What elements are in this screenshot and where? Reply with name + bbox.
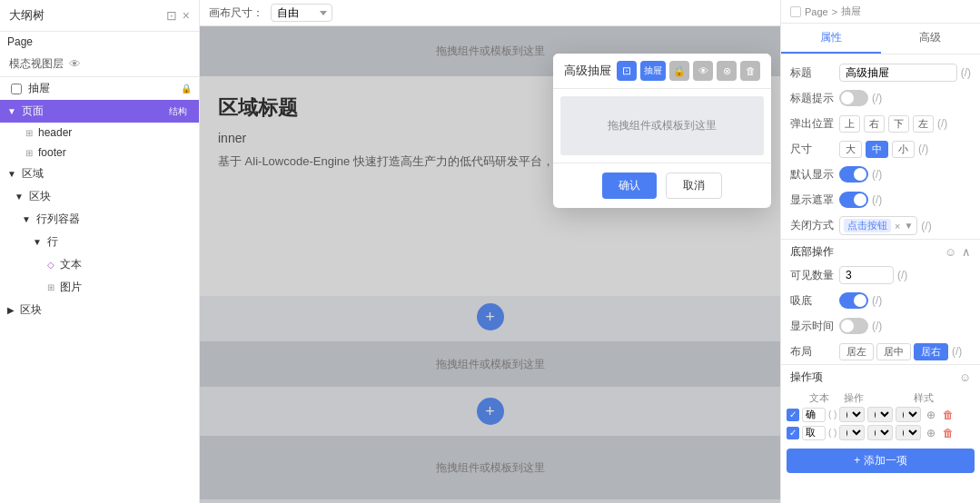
size-slash[interactable]: (/) bbox=[918, 143, 928, 155]
confirm-button[interactable]: 确认 bbox=[602, 173, 657, 199]
action-select-style-2[interactable]: ( ) bbox=[867, 425, 893, 440]
show-time-slash[interactable]: (/) bbox=[872, 320, 882, 332]
modal-header-icons: ⊡ 抽屉 🔒 👁 ⊗ 🗑 bbox=[617, 61, 760, 81]
default-show-slash[interactable]: (/) bbox=[872, 168, 882, 181]
panel-title: 大纲树 bbox=[9, 7, 45, 24]
pop-pos-slash[interactable]: (/) bbox=[937, 117, 947, 130]
smiley-icon[interactable]: ☺ bbox=[945, 245, 956, 259]
breadcrumb-page: Page bbox=[805, 6, 828, 17]
layout-btn-center[interactable]: 居中 bbox=[876, 343, 911, 360]
collapse-icon[interactable]: ∧ bbox=[962, 245, 971, 259]
show-mask-slash[interactable]: (/) bbox=[872, 193, 882, 206]
collapse-icon: ▼ bbox=[7, 106, 16, 116]
cancel-button[interactable]: 取消 bbox=[666, 173, 722, 199]
tree-item-quyu[interactable]: ▼ 区域 bbox=[0, 163, 199, 185]
prop-layout-label: 布局 bbox=[790, 344, 834, 360]
add-item-button[interactable]: + 添加一项 bbox=[787, 449, 975, 473]
chouchu-checkbox[interactable] bbox=[11, 84, 22, 94]
modal-icon-screen[interactable]: ⊡ bbox=[617, 61, 637, 81]
action-smiley-icon[interactable]: ☺ bbox=[959, 370, 971, 384]
action-select-op-2[interactable]: ( ) bbox=[839, 425, 865, 440]
visible-count-input[interactable] bbox=[839, 266, 894, 284]
fixed-slash[interactable]: (/) bbox=[872, 294, 882, 307]
tree-item-tupian[interactable]: ⊞ 图片 bbox=[0, 276, 199, 299]
title-hint-toggle[interactable] bbox=[839, 90, 868, 106]
modal-header: 高级抽屉 ⊡ 抽屉 🔒 👁 ⊗ 🗑 bbox=[553, 54, 771, 89]
kuai1-collapse-icon: ▼ bbox=[15, 192, 24, 202]
tree-item-page[interactable]: Page bbox=[0, 32, 199, 52]
layout-btn-right[interactable]: 居右 bbox=[914, 343, 948, 360]
tree-item-kuai1[interactable]: ▼ 区块 bbox=[0, 185, 199, 208]
action-check-2[interactable]: ✓ bbox=[787, 427, 799, 439]
footer-label: footer bbox=[38, 146, 66, 159]
action-select-style-1[interactable]: ( ) bbox=[867, 407, 893, 422]
action-copy-btn-1[interactable]: ⊕ bbox=[924, 408, 938, 422]
show-time-toggle[interactable] bbox=[839, 318, 868, 334]
close-method-select[interactable]: 点击按钮 × ▼ bbox=[839, 216, 917, 235]
visible-count-slash[interactable]: (/) bbox=[897, 269, 907, 281]
prop-show-mask-row: 显示遮罩 (/) bbox=[781, 187, 980, 212]
breadcrumb: Page > 抽屉 bbox=[781, 0, 980, 24]
action-text-2[interactable] bbox=[802, 426, 826, 440]
close-method-tag: 点击按钮 bbox=[844, 219, 891, 232]
action-select-extra-1[interactable]: ( ) bbox=[896, 407, 921, 422]
layout-btn-left[interactable]: 居左 bbox=[839, 343, 874, 360]
close-icon[interactable]: × bbox=[183, 9, 190, 22]
fixed-toggle[interactable] bbox=[839, 292, 868, 309]
modal-footer: 确认 取消 bbox=[553, 163, 771, 208]
close-method-x[interactable]: × bbox=[895, 221, 900, 232]
action-delete-btn-2[interactable]: 🗑 bbox=[941, 426, 955, 440]
col-check-spacer bbox=[787, 391, 801, 405]
action-text-1[interactable] bbox=[802, 408, 826, 422]
prop-show-mask-value: (/) bbox=[839, 192, 971, 208]
pos-btn-up[interactable]: 上 bbox=[839, 115, 860, 133]
default-show-toggle[interactable] bbox=[839, 166, 868, 182]
pos-btn-down[interactable]: 下 bbox=[888, 115, 909, 133]
canvas-size-select[interactable]: 自由 1080px 768px bbox=[271, 4, 332, 22]
action-select-op-1[interactable]: ( ) bbox=[839, 407, 865, 422]
pos-btn-left[interactable]: 左 bbox=[913, 115, 934, 133]
eye-icon[interactable]: 👁 bbox=[69, 57, 81, 71]
title-input[interactable] bbox=[839, 64, 957, 82]
minimize-icon[interactable]: ⊡ bbox=[166, 9, 177, 22]
pos-btn-right[interactable]: 右 bbox=[864, 115, 885, 133]
tree-item-hangliezi[interactable]: ▼ 行列容器 bbox=[0, 208, 199, 231]
tree-item-wenben[interactable]: ◇ 文本 bbox=[0, 253, 199, 276]
tree-item-footer[interactable]: ⊞ footer bbox=[0, 143, 199, 163]
tree-item-chouchu[interactable]: 抽屉 🔒 bbox=[0, 77, 199, 100]
tree-section: Page 模态视图层 👁 抽屉 🔒 ▼ 页面 结构 ⊞ header ⊞ foo… bbox=[0, 32, 199, 503]
tree-item-header[interactable]: ⊞ header bbox=[0, 123, 199, 143]
action-text-slash-1[interactable]: ( ) bbox=[828, 409, 836, 419]
quyu-collapse-icon: ▼ bbox=[7, 169, 16, 179]
action-delete-btn-1[interactable]: 🗑 bbox=[941, 408, 955, 422]
size-btn-small[interactable]: 小 bbox=[892, 141, 915, 158]
close-method-slash[interactable]: (/) bbox=[921, 220, 931, 232]
breadcrumb-checkbox[interactable] bbox=[790, 6, 801, 17]
action-row-1: ✓ ( ) ( ) ( ) ( ) ⊕ 🗑 bbox=[787, 407, 975, 422]
tab-properties[interactable]: 属性 bbox=[781, 24, 881, 54]
prop-title-hint-value: (/) bbox=[839, 90, 971, 106]
tree-item-kuai2[interactable]: ▶ 区块 bbox=[0, 299, 199, 321]
modal-icon-lock[interactable]: 🔒 bbox=[669, 61, 689, 81]
action-text-slash-2[interactable]: ( ) bbox=[828, 428, 836, 438]
layout-slash[interactable]: (/) bbox=[952, 345, 962, 358]
prop-title-label: 标题 bbox=[790, 65, 834, 81]
modal-icon-delete[interactable]: 🗑 bbox=[740, 61, 760, 81]
modal-icon-eye[interactable]: 👁 bbox=[693, 61, 713, 81]
title-hint-slash[interactable]: (/) bbox=[872, 92, 882, 104]
title-slash[interactable]: (/) bbox=[961, 66, 971, 79]
modal-tab-chouchu[interactable]: 抽屉 bbox=[640, 61, 666, 81]
action-select-extra-2[interactable]: ( ) bbox=[896, 425, 921, 440]
tree-item-hang[interactable]: ▼ 行 bbox=[0, 231, 199, 253]
action-copy-btn-2[interactable]: ⊕ bbox=[924, 426, 938, 440]
action-table-header: 文本 操作 样式 bbox=[787, 390, 975, 407]
show-mask-toggle[interactable] bbox=[839, 192, 868, 208]
tab-advanced[interactable]: 高级 bbox=[881, 24, 981, 54]
tree-item-yemian[interactable]: ▼ 页面 结构 bbox=[0, 100, 199, 123]
size-btn-medium[interactable]: 中 bbox=[866, 141, 888, 158]
modal-icon-hide[interactable]: ⊗ bbox=[717, 61, 737, 81]
action-check-1[interactable]: ✓ bbox=[787, 409, 799, 421]
modal-drop-zone[interactable]: 拖拽组件或模板到这里 bbox=[560, 96, 764, 155]
size-btn-large[interactable]: 大 bbox=[839, 141, 862, 158]
prop-layout-value: 居左 居中 居右 (/) bbox=[839, 343, 971, 360]
